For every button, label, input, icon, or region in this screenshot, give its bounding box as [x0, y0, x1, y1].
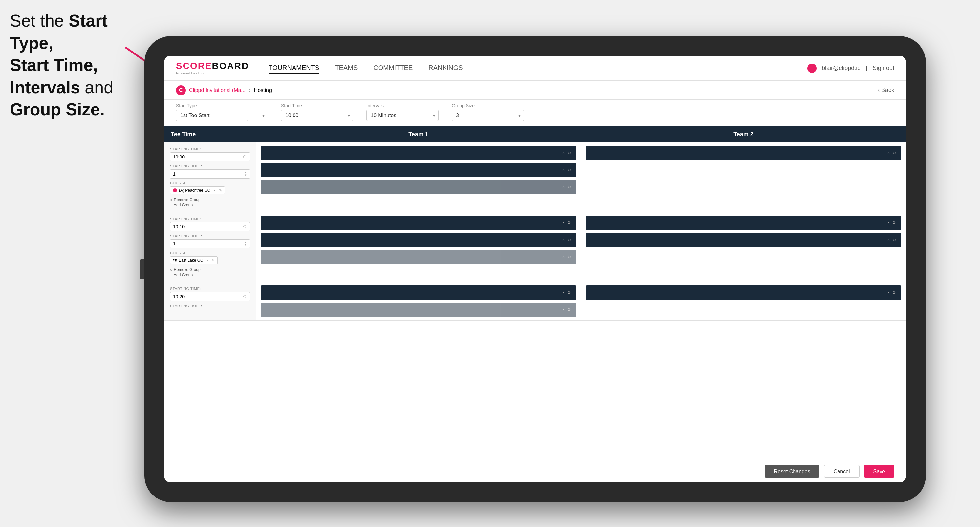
course-pencil-2[interactable]: ✎	[212, 258, 215, 262]
team2-player-row-1-1[interactable]: × ⚙	[586, 146, 901, 160]
left-panel-1: STARTING TIME: 10:00 ⏱ STARTING HOLE: 1 …	[164, 143, 256, 212]
player-x-1-1[interactable]: ×	[562, 151, 565, 155]
reset-changes-button[interactable]: Reset Changes	[765, 465, 819, 478]
group-size-select-wrapper: 3	[452, 110, 524, 121]
team2-player-x-1-1[interactable]: ×	[888, 151, 890, 155]
group-size-group: Group Size 3	[452, 103, 524, 121]
player-settings-3-2[interactable]: ⚙	[567, 308, 571, 312]
nav-teams[interactable]: TEAMS	[335, 63, 358, 73]
team2-player-x-2-1[interactable]: ×	[888, 221, 890, 225]
team2-player-x-2-2[interactable]: ×	[888, 238, 890, 242]
player-settings-3-1[interactable]: ⚙	[567, 290, 571, 295]
team2-player-row-2-2[interactable]: × ⚙	[586, 233, 901, 247]
cancel-button[interactable]: Cancel	[824, 465, 859, 478]
intervals-select-wrapper: 10 Minutes	[366, 110, 439, 121]
navbar: SCOREBOARD Powered by clipp... TOURNAMEN…	[164, 56, 906, 81]
nav-separator: |	[866, 65, 867, 71]
team2-player-row-3-1[interactable]: × ⚙	[586, 286, 901, 300]
player-x-3-1[interactable]: ×	[562, 290, 565, 295]
team2-player-settings-2-2[interactable]: ⚙	[892, 238, 896, 242]
player-x-3-2[interactable]: ×	[562, 308, 565, 312]
player-row-2-2[interactable]: × ⚙	[261, 233, 576, 247]
add-icon-2: +	[170, 273, 172, 277]
nav-links: TOURNAMENTS TEAMS COMMITTEE RANKINGS	[269, 63, 807, 73]
start-type-select[interactable]: 1st Tee Start	[176, 110, 248, 121]
player-row-2-3[interactable]: × ⚙	[261, 250, 576, 264]
instruction-and: and	[80, 78, 113, 97]
add-group-1[interactable]: + Add Group	[170, 203, 250, 207]
team2-player-settings-1-1[interactable]: ⚙	[892, 151, 896, 155]
stepper-arrows-2: ▲ ▼	[244, 241, 247, 246]
group-section-1: STARTING TIME: 10:00 ⏱ STARTING HOLE: 1 …	[164, 143, 906, 212]
team2-cell-1: × ⚙	[581, 143, 906, 212]
starting-time-input-2[interactable]: 10:10 ⏱	[170, 222, 250, 231]
player-settings-1-2[interactable]: ⚙	[567, 168, 571, 172]
team2-player-row-2-1[interactable]: × ⚙	[586, 216, 901, 230]
start-type-select-wrapper: 1st Tee Start	[176, 110, 268, 121]
group-row-3: STARTING TIME: 10:20 ⏱ STARTING HOLE:	[164, 282, 906, 320]
player-row-1-3[interactable]: × ⚙	[261, 180, 576, 194]
instruction-bold3: Intervals	[10, 78, 80, 97]
player-x-2-2[interactable]: ×	[562, 238, 565, 242]
player-row-1-2[interactable]: × ⚙	[261, 163, 576, 177]
logo-accent: SCORE	[176, 61, 212, 71]
add-icon-1: +	[170, 203, 172, 207]
starting-time-input-3[interactable]: 10:20 ⏱	[170, 292, 250, 301]
player-x-1-2[interactable]: ×	[562, 168, 565, 172]
player-x-2-1[interactable]: ×	[562, 221, 565, 225]
player-row-1-1[interactable]: × ⚙	[261, 146, 576, 160]
starting-hole-input-1[interactable]: 1 ▲ ▼	[170, 169, 250, 178]
table-header: Tee Time Team 1 Team 2	[164, 126, 906, 143]
player-settings-1-3[interactable]: ⚙	[567, 185, 571, 189]
team2-player-settings-2-1[interactable]: ⚙	[892, 221, 896, 225]
starting-hole-label-2: STARTING HOLE:	[170, 234, 250, 238]
starting-time-input-1[interactable]: 10:00 ⏱	[170, 152, 250, 162]
course-name-2: East Lake GC	[178, 258, 203, 262]
team1-cell-2: × ⚙ × ⚙	[256, 212, 581, 282]
footer-bar: Reset Changes Cancel Save	[164, 460, 906, 483]
add-group-2[interactable]: + Add Group	[170, 273, 250, 277]
player-settings-2-3[interactable]: ⚙	[567, 255, 571, 259]
team2-player-settings-3-1[interactable]: ⚙	[892, 290, 896, 295]
tablet-side-button	[140, 259, 145, 279]
course-pencil-1[interactable]: ✎	[219, 188, 222, 193]
player-settings-2-1[interactable]: ⚙	[567, 221, 571, 225]
start-time-select-wrapper: 10:00	[281, 110, 353, 121]
player-row-3-1[interactable]: × ⚙	[261, 286, 576, 300]
player-row-3-2[interactable]: × ⚙	[261, 303, 576, 317]
th-tee-time: Tee Time	[164, 126, 256, 143]
tournament-name[interactable]: Clippd Invitational (Ma...	[189, 87, 246, 93]
player-row-1-1-controls: × ⚙	[562, 151, 571, 155]
team2-player-x-3-1[interactable]: ×	[888, 290, 890, 295]
team1-cell-1: × ⚙ × ⚙	[256, 143, 581, 212]
sign-out-link[interactable]: Sign out	[873, 65, 894, 71]
course-remove-2[interactable]: ×	[207, 258, 208, 262]
nav-committee[interactable]: COMMITTEE	[373, 63, 413, 73]
back-button[interactable]: ‹ Back	[878, 87, 894, 94]
nav-right: blair@clippd.io | Sign out	[807, 63, 894, 73]
breadcrumb-sep: ›	[249, 87, 251, 94]
starting-hole-input-2[interactable]: 1 ▲ ▼	[170, 239, 250, 248]
nav-rankings[interactable]: RANKINGS	[428, 63, 463, 73]
player-x-2-3[interactable]: ×	[562, 255, 565, 259]
course-tag-1: (A) Peachtree GC × ✎	[170, 186, 225, 194]
group-row-1: STARTING TIME: 10:00 ⏱ STARTING HOLE: 1 …	[164, 143, 906, 212]
clock-icon-3: ⏱	[243, 294, 247, 299]
player-x-1-3[interactable]: ×	[562, 185, 565, 189]
group-size-select[interactable]: 3	[452, 110, 524, 121]
course-map-icon-2: 🗺	[173, 258, 177, 262]
left-panel-3: STARTING TIME: 10:20 ⏱ STARTING HOLE:	[164, 282, 256, 320]
starting-time-label-1: STARTING TIME:	[170, 147, 250, 151]
player-settings-2-2[interactable]: ⚙	[567, 238, 571, 242]
course-remove-1[interactable]: ×	[213, 188, 215, 192]
remove-group-2[interactable]: ○ Remove Group	[170, 267, 250, 272]
nav-tournaments[interactable]: TOURNAMENTS	[269, 63, 319, 73]
breadcrumb-bar: C Clippd Invitational (Ma... › Hosting ‹…	[164, 81, 906, 100]
save-button[interactable]: Save	[864, 465, 894, 478]
remove-group-1[interactable]: ○ Remove Group	[170, 198, 250, 202]
player-settings-1-1[interactable]: ⚙	[567, 151, 571, 155]
player-row-2-1[interactable]: × ⚙	[261, 216, 576, 230]
breadcrumb: C Clippd Invitational (Ma... › Hosting	[176, 85, 272, 95]
intervals-select[interactable]: 10 Minutes	[366, 110, 439, 121]
start-time-select[interactable]: 10:00	[281, 110, 353, 121]
